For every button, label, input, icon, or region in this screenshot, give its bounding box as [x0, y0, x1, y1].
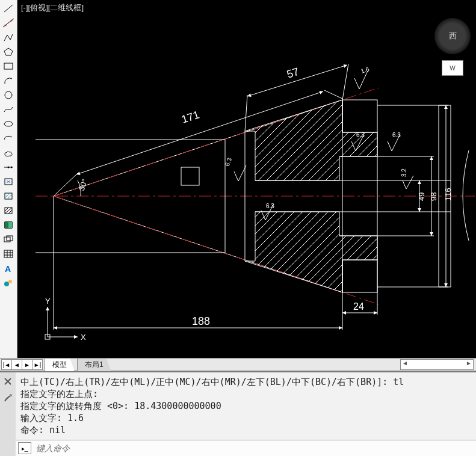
svg-text:X: X [81, 333, 86, 342]
command-history-line: 命令: nil [20, 425, 66, 436]
svg-text:6.3: 6.3 [356, 132, 365, 138]
svg-point-19 [4, 282, 9, 286]
command-history-line: 指定文字的旋转角度 <0>: 18.4300000000000 [20, 401, 221, 411]
svg-rect-33 [342, 100, 377, 132]
svg-rect-11 [5, 208, 12, 214]
svg-point-6 [5, 91, 12, 99]
command-history-line: 中上(TC)/右上(TR)/左中(ML)/正中(MC)/右中(MR)/左下(BL… [20, 377, 404, 387]
svg-rect-17 [4, 250, 13, 257]
svg-text:6.3: 6.3 [392, 132, 401, 138]
svg-rect-13 [5, 222, 12, 228]
tab-nav-last[interactable]: ►| [32, 359, 43, 370]
svg-rect-10 [5, 193, 12, 199]
svg-text:3.2: 3.2 [401, 168, 407, 177]
tool-ellipse-arc[interactable] [2, 132, 15, 144]
svg-rect-16 [7, 236, 13, 241]
svg-rect-9 [5, 179, 12, 185]
command-input[interactable] [35, 443, 476, 454]
svg-line-0 [4, 5, 13, 12]
svg-line-46 [342, 64, 348, 100]
drawing-canvas[interactable]: [-][俯视][二维线框] 西 W [17, 0, 476, 358]
svg-text:30°: 30° [77, 177, 90, 192]
draw-toolbar: A [0, 0, 17, 358]
tool-text[interactable]: A [2, 262, 15, 274]
svg-rect-30 [181, 167, 199, 185]
command-history-line: 指定文字的左上点: [20, 389, 98, 399]
tool-block-insert[interactable] [2, 176, 15, 188]
surf-3-2: 3.2 [401, 168, 413, 189]
dim-49: 49 [417, 180, 426, 212]
tab-hscroll[interactable] [400, 359, 474, 370]
svg-text:188: 188 [192, 315, 210, 327]
tool-revcloud[interactable] [2, 147, 15, 159]
tool-line[interactable] [2, 2, 15, 14]
tool-hatch[interactable] [2, 205, 15, 217]
tool-region[interactable] [2, 233, 15, 245]
tab-nav-next[interactable]: ► [22, 359, 32, 370]
tab-model[interactable]: 模型 [45, 358, 75, 371]
tool-ellipse[interactable] [2, 118, 15, 130]
svg-rect-14 [5, 222, 8, 228]
command-history[interactable]: 中上(TC)/右上(TR)/左中(ML)/正中(MC)/右中(MR)/左下(BL… [16, 372, 476, 440]
svg-text:49: 49 [417, 193, 426, 201]
tool-polyline[interactable] [2, 31, 15, 43]
tool-construction-line[interactable] [2, 17, 15, 29]
svg-point-7 [4, 122, 13, 126]
tool-spline[interactable] [2, 103, 15, 116]
svg-text:1.6: 1.6 [360, 66, 370, 75]
tool-gradient[interactable] [2, 219, 15, 231]
svg-line-41 [54, 173, 78, 196]
svg-rect-15 [4, 237, 10, 242]
svg-rect-5 [4, 63, 13, 69]
tool-circle[interactable] [2, 89, 15, 101]
dim-angle-30: 30° [77, 177, 90, 196]
tool-hatch-pick[interactable] [2, 190, 15, 202]
svg-point-3 [11, 20, 13, 22]
svg-point-8 [8, 167, 10, 168]
svg-text:171: 171 [180, 108, 201, 125]
dim-24: 24 [342, 260, 377, 315]
tool-polygon[interactable] [2, 46, 15, 58]
svg-text:6.3: 6.3 [266, 203, 274, 209]
svg-text:24: 24 [353, 301, 364, 312]
ucs-icon: X Y [45, 297, 86, 342]
command-close-icon[interactable] [2, 376, 13, 387]
surf-1-6: 1.6 [354, 66, 370, 89]
svg-text:Y: Y [45, 297, 51, 306]
svg-text:A: A [5, 264, 11, 273]
svg-text:57: 57 [285, 66, 300, 81]
tool-arc[interactable] [2, 75, 15, 87]
svg-rect-34 [342, 260, 377, 292]
tab-layout1[interactable]: 布局1 [77, 358, 111, 371]
tab-nav-prev[interactable]: ◄ [11, 359, 22, 370]
command-settings-icon[interactable] [2, 393, 13, 404]
tool-rectangle[interactable] [2, 60, 15, 72]
svg-point-2 [5, 25, 7, 26]
svg-text:116: 116 [444, 188, 453, 201]
svg-line-45 [245, 95, 247, 131]
svg-point-20 [8, 280, 12, 283]
tab-nav-first[interactable]: |◄ [1, 359, 12, 370]
drawing-svg: 171 57 188 [17, 0, 476, 354]
svg-rect-12 [5, 222, 12, 228]
svg-marker-4 [4, 48, 13, 55]
tool-add-selected[interactable] [2, 277, 15, 289]
svg-point-77 [10, 394, 12, 396]
svg-text:98: 98 [429, 193, 438, 201]
tool-point-divide[interactable] [2, 161, 15, 173]
svg-line-1 [3, 19, 14, 27]
tool-table[interactable] [2, 248, 15, 260]
layout-tabstrip: |◄ ◄ ► ►| 模型 布局1 [0, 358, 476, 371]
surf-6-3-right: 6.3 [388, 132, 401, 151]
command-panel: 中上(TC)/右上(TR)/左中(ML)/正中(MC)/右中(MR)/左下(BL… [0, 371, 476, 456]
svg-line-42 [324, 90, 342, 99]
command-run-icon[interactable]: ▸_ [18, 442, 31, 454]
surf-6-3-left: 6.3 [224, 156, 246, 181]
command-history-line: 输入文字: 1.6 [20, 413, 84, 424]
